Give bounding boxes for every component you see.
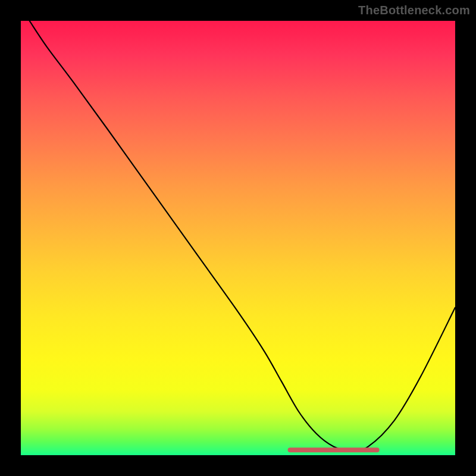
plot-area	[21, 21, 455, 455]
watermark-text: TheBottleneck.com	[358, 4, 470, 17]
bottleneck-curve	[30, 21, 455, 451]
chart-svg	[21, 21, 455, 455]
chart-frame: TheBottleneck.com	[0, 0, 476, 476]
